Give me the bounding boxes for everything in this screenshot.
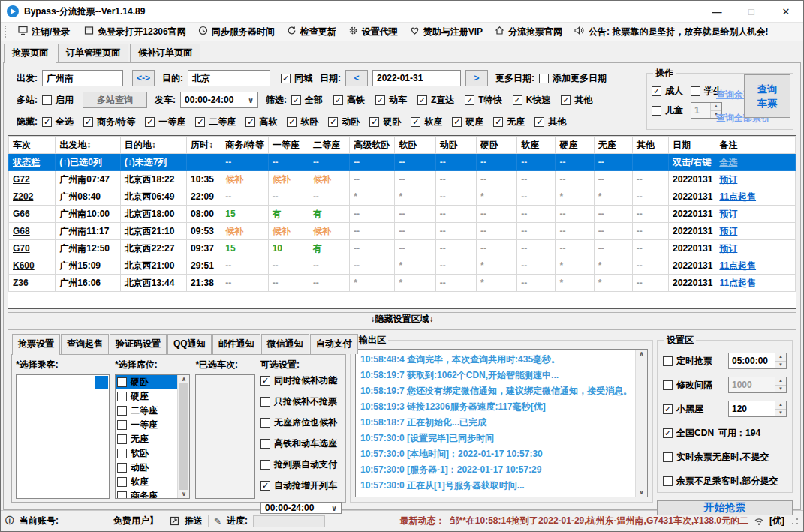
dest-input[interactable]: 北京 [188,70,270,86]
filter-checkbox-6[interactable]: ✓其他 [561,94,592,107]
hide-checkbox-7[interactable]: ✓硬卧 [369,116,401,128]
toolbar-item-设置[interactable]: 设置代理 [342,23,404,41]
multi-enable-checkbox[interactable]: 启用 [42,94,74,107]
column-header[interactable]: 目的地↕ [120,137,186,154]
column-header[interactable]: 历时↕ [187,137,221,154]
spin-down-icon[interactable]: ▼ [775,386,786,393]
toolbar-item-注销[interactable]: 注销/登录 [12,23,76,41]
hide-settings-bar[interactable]: ↓隐藏设置区域↓ [8,312,796,326]
settings-tab-3[interactable]: QQ通知 [167,334,212,354]
seat-option-4[interactable]: 无座 [116,432,177,446]
scroll-down-icon[interactable]: ∨ [182,491,187,497]
book-link[interactable]: 11点起售 [719,191,756,202]
column-header[interactable]: 硬卧 [476,137,516,154]
seat-option-6[interactable]: 动卧 [116,461,177,475]
table-row[interactable]: G72广州南07:47北京西18:2210:35候补候补候补----------… [9,171,796,188]
prev-date-button[interactable]: < [345,70,368,86]
hide-checkbox-10[interactable]: ✓无座 [493,116,525,128]
timed-grab-checkbox[interactable]: 定时抢票 [663,355,712,368]
column-header[interactable]: 二等座 [309,137,349,154]
settings-tab-5[interactable]: 微信通知 [261,334,309,354]
scroll-up-icon[interactable]: ∧ [182,376,187,383]
table-row[interactable]: G66广州南10:00北京西18:0008:0015有有------------… [9,206,796,223]
optional-checkbox-4[interactable]: 抢到票自动支付 [260,458,337,471]
hide-checkbox-11[interactable]: ✓其他 [534,116,566,128]
settings-tab-4[interactable]: 邮件通知 [212,334,260,354]
seat-option-8[interactable]: 商务座 [116,489,177,499]
hide-checkbox-6[interactable]: ✓动卧 [328,116,360,128]
book-link[interactable]: 预订 [719,174,737,185]
resize-grip[interactable] [791,518,799,525]
filter-checkbox-2[interactable]: ✓动车 [375,94,407,107]
partial-submit-checkbox[interactable]: 余票不足乘客时,部分提交 [663,475,778,488]
column-header[interactable]: 软卧 [395,137,435,154]
toolbar-grip-handle[interactable] [5,26,8,38]
toolbar-item-赞助[interactable]: 赞助与注册VIP [404,23,489,41]
column-header[interactable]: 备注 [715,137,796,154]
add-more-dates-checkbox[interactable]: 添加更多日期 [539,72,607,85]
child-checkbox[interactable]: 儿童 [652,104,683,117]
column-header[interactable]: 车次 [9,137,56,154]
same-city-checkbox[interactable]: ✓ 同城 [281,72,312,85]
seat-listbox[interactable]: 硬卧硬座二等座一等座无座软卧动卧软座商务座特等座 ∧ ∨ [115,374,190,499]
date-input[interactable]: 2022-01-31 [372,70,461,86]
hide-checkbox-3[interactable]: ✓二等座 [195,116,236,128]
train-number-link[interactable]: K600 [13,260,35,271]
book-link[interactable]: 预订 [719,226,737,236]
table-row[interactable]: G70广州南12:50北京西22:2709:371510有-----------… [9,240,796,257]
optional-checkbox-2[interactable]: 无座席位也候补 [260,416,337,429]
filter-checkbox-4[interactable]: ✓T特快 [465,94,501,107]
query-ticket-button[interactable]: 查询车票 [744,74,790,118]
optional-checkbox-1[interactable]: 只抢候补不抢票 [260,395,337,408]
column-header[interactable]: 硬座 [556,137,594,154]
settings-tab-6[interactable]: 自动支付 [310,334,358,354]
main-tab-1[interactable]: 订单管理页面 [58,44,128,62]
select-all-link[interactable]: 全选 [719,157,737,167]
next-date-button[interactable]: > [465,70,488,86]
national-cdn-checkbox[interactable]: ✓ 全国CDN [663,427,714,440]
table-row[interactable]: Z202广州08:40北京西06:4922:09------**--*--**-… [9,188,796,206]
toolbar-item-同步[interactable]: 同步服务器时间 [192,23,281,41]
seat-option-7[interactable]: 软座 [116,475,177,489]
blackroom-checkbox[interactable]: ✓ 小黑屋 [663,403,703,416]
column-header[interactable]: 日期 [669,137,715,154]
scroll-up-icon[interactable]: ∧ [639,350,644,357]
train-number-link[interactable]: Z36 [13,278,29,288]
status-row[interactable]: 状态栏(↑)已选0列(↓)未选7列--------------------双击/… [9,154,796,171]
hide-checkbox-8[interactable]: ✓软座 [411,116,442,128]
train-number-link[interactable]: G68 [13,226,30,236]
depart-input[interactable]: 广州南 [42,70,123,86]
book-link[interactable]: 11点起售 [719,260,756,271]
main-tab-2[interactable]: 候补订单页面 [130,44,200,62]
interval-stepper[interactable]: 1000 ▲▼ [728,377,787,393]
table-row[interactable]: K600广州15:09北京西21:0029:51--------*--*--**… [9,257,796,275]
output-log[interactable]: 10:58:48:4 查询完毕，本次查询共用时:435毫秒。10:58:19:7… [355,349,648,497]
hide-checkbox-2[interactable]: ✓一等座 [145,116,185,128]
close-button[interactable]: ✕ [769,1,803,22]
scrollbar[interactable]: ∧ ∨ [635,350,647,497]
push-label[interactable]: 推送 [185,515,203,527]
adult-checkbox[interactable]: ✓ 成人 [652,85,683,98]
minimize-button[interactable]: — [700,1,734,22]
filter-checkbox-1[interactable]: ✓高铁 [333,94,365,107]
maximize-button[interactable]: □ [734,1,769,22]
hide-checkbox-1[interactable]: ✓商务/特等 [83,116,135,128]
train-number-link[interactable]: 状态栏 [13,157,40,167]
column-header[interactable]: 其他 [632,137,668,154]
column-header[interactable]: 软座 [517,137,556,154]
hide-checkbox-9[interactable]: ✓硬座 [452,116,483,128]
spin-up-icon[interactable]: ▲ [775,377,786,386]
seat-option-2[interactable]: 二等座 [116,404,177,418]
book-link[interactable]: 预订 [719,243,737,254]
column-header[interactable]: 出发地↕ [56,137,120,154]
hide-checkbox-0[interactable]: ✓全选 [42,116,74,128]
column-header[interactable]: 动卧 [435,137,476,154]
passenger-listbox[interactable] [16,374,110,499]
scrollbar[interactable]: ∧ ∨ [177,375,189,498]
optional-checkbox-3[interactable]: 高铁和动车选座 [260,437,337,450]
column-header[interactable]: 商务/特等 [221,137,268,154]
table-row[interactable]: G68广州南11:17北京西21:1009:53候补候补候补----------… [9,223,796,240]
spin-down-icon[interactable]: ▼ [775,410,786,417]
grab-time-range-select[interactable]: 00:00-24:00 ∨ [260,502,342,514]
table-row[interactable]: Z36广州16:06北京西13:4421:38------**--*--**--… [9,275,796,292]
